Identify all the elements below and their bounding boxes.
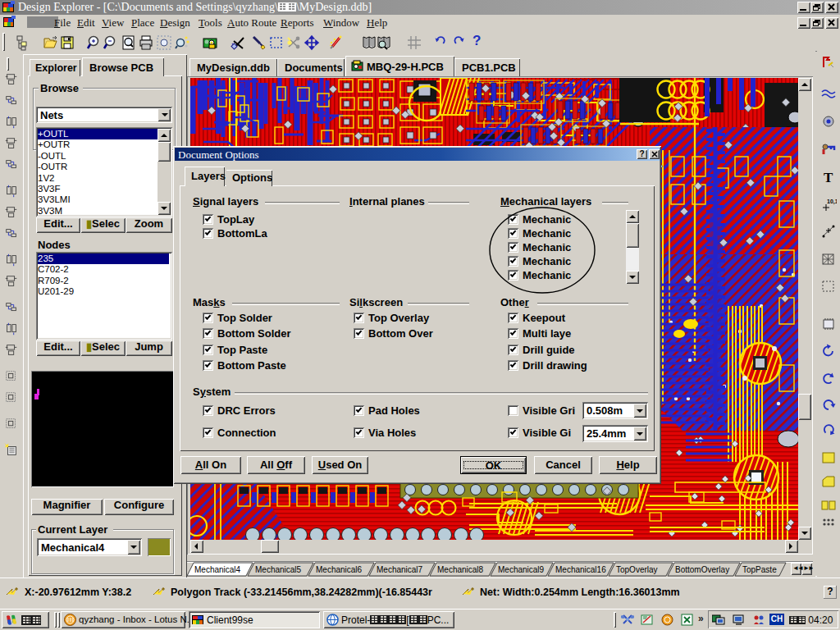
svg-text:Mechanical16: Mechanical16 (555, 565, 606, 574)
svg-text:Mechanical5: Mechanical5 (255, 565, 302, 574)
svg-text:10,10: 10,10 (827, 199, 837, 205)
svg-text:Mechanical7: Mechanical7 (377, 565, 423, 574)
svg-text:BottomOverlay: BottomOverlay (675, 565, 729, 574)
svg-text:TopPaste: TopPaste (742, 565, 777, 574)
svg-text:TopOverlay: TopOverlay (616, 565, 658, 574)
svg-text:T: T (824, 170, 833, 185)
svg-text:Mechanical6: Mechanical6 (316, 565, 363, 574)
svg-text:Mechanical8: Mechanical8 (437, 565, 484, 574)
svg-text:Mechanical9: Mechanical9 (498, 565, 545, 574)
svg-text:Mechanical4: Mechanical4 (194, 565, 241, 574)
